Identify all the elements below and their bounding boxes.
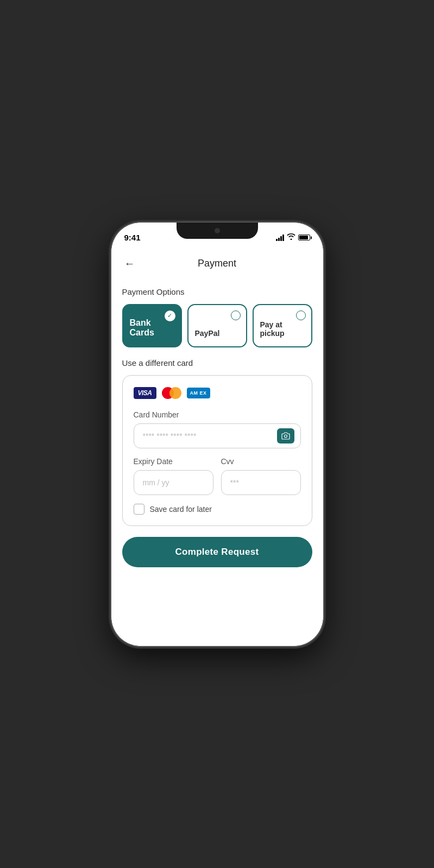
save-card-label: Save card for later (150, 505, 212, 514)
page-title: Payment (198, 258, 236, 269)
card-number-wrapper (134, 423, 301, 448)
notch (177, 223, 258, 239)
card-number-field: Card Number (134, 410, 301, 448)
expiry-label: Expiry Date (134, 457, 213, 466)
amex-logo: AM EX (187, 388, 210, 398)
expiry-field: Expiry Date (134, 457, 213, 495)
payment-option-bank-cards[interactable]: ✓ Bank Cards (122, 304, 182, 347)
card-number-label: Card Number (134, 410, 301, 419)
camera-scan-button[interactable] (277, 428, 294, 443)
radio-pay-at-pickup (296, 311, 306, 320)
payment-option-paypal[interactable]: PayPal (187, 304, 247, 347)
paypal-label: PayPal (195, 329, 240, 338)
card-number-input[interactable] (134, 423, 301, 448)
save-card-checkbox[interactable] (134, 504, 144, 515)
expiry-cvv-row: Expiry Date Cvv (134, 457, 301, 495)
payment-option-pay-at-pickup[interactable]: Pay at pickup (253, 304, 312, 347)
phone-screen: 9:41 (111, 223, 323, 646)
card-form-section: Use a different card VISA AM EX Card Num… (111, 358, 323, 526)
cvv-input[interactable] (221, 470, 301, 495)
radio-paypal (231, 311, 241, 320)
payment-options-section: Payment Options ✓ Bank Cards PayPal (111, 281, 323, 354)
visa-logo: VISA (134, 387, 156, 399)
status-time: 9:41 (124, 233, 141, 242)
expiry-input[interactable] (134, 470, 213, 495)
front-camera (215, 228, 220, 233)
wifi-icon (287, 233, 295, 242)
signal-icon (276, 235, 284, 241)
payment-options-label: Payment Options (122, 287, 312, 296)
card-section-label: Use a different card (122, 358, 312, 368)
back-button[interactable]: ← (122, 255, 137, 272)
svg-point-0 (284, 435, 287, 438)
mastercard-logo (162, 387, 181, 400)
card-form-container: VISA AM EX Card Number (122, 375, 312, 526)
complete-request-button[interactable]: Complete Request (122, 537, 312, 567)
check-icon: ✓ (165, 311, 175, 321)
save-card-row: Save card for later (134, 504, 301, 515)
status-icons (276, 233, 310, 242)
screen-content: ← Payment Payment Options ✓ Bank Cards P… (111, 246, 323, 646)
camera-icon (281, 432, 290, 440)
header: ← Payment (111, 246, 323, 281)
pay-at-pickup-label: Pay at pickup (260, 320, 305, 338)
card-logos: VISA AM EX (134, 387, 301, 400)
cvv-field: Cvv (221, 457, 301, 495)
battery-icon (298, 235, 310, 240)
cvv-label: Cvv (221, 457, 301, 466)
payment-options-group: ✓ Bank Cards PayPal Pay at pickup (122, 304, 312, 347)
complete-btn-container: Complete Request (111, 526, 323, 573)
phone-frame: 9:41 (111, 223, 323, 646)
